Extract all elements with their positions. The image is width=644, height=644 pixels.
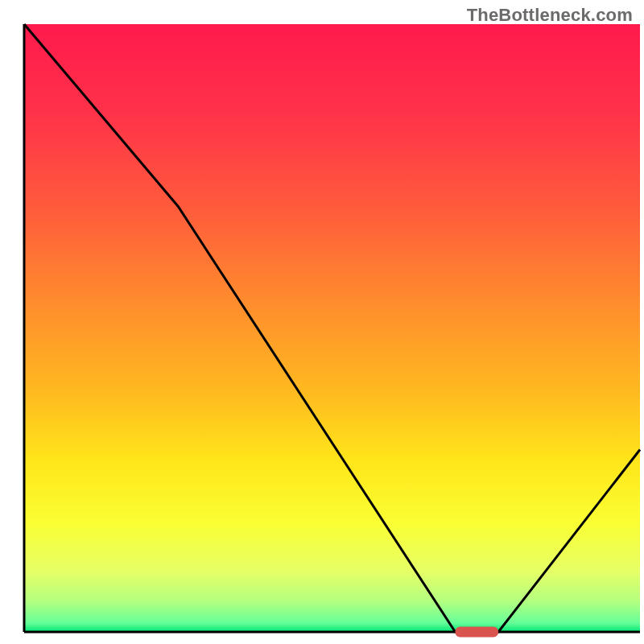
chart-svg (0, 0, 644, 644)
minimum-marker (456, 627, 499, 638)
gradient-background (24, 24, 640, 632)
watermark-text: TheBottleneck.com (467, 5, 633, 26)
chart-container: TheBottleneck.com (0, 0, 644, 644)
plot-area (24, 24, 640, 638)
